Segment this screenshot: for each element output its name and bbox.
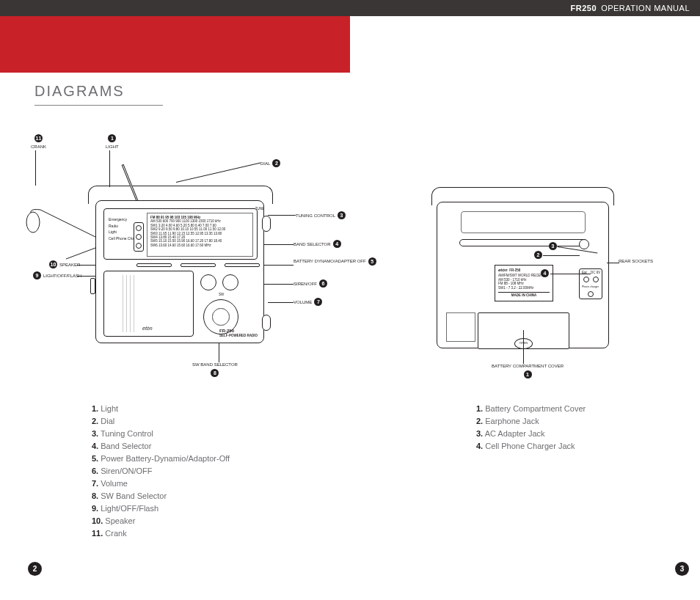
callout-siren: SIREN/OFF 6: [294, 279, 327, 288]
callout-sw-band: SW BAND SELECTOR 8: [192, 362, 238, 377]
list-item: 1. Light: [92, 403, 230, 415]
dc-jack-icon: [593, 277, 599, 282]
model-label: FR-250 SELF-POWERED RADIO: [219, 329, 258, 337]
list-item: 4. Band Selector: [92, 440, 230, 453]
warning-label-icon: [446, 312, 475, 342]
siren-slider-icon: [225, 263, 260, 267]
diagram-front: 11 CRANK 1 LIGHT DIAL 2 TUNING CONTROL 3…: [15, 134, 360, 387]
list-item: 3. Tuning Control: [92, 428, 230, 440]
header-model: FR250: [571, 4, 597, 12]
list-item: 2. Dial: [92, 415, 230, 428]
list-item: 3. AC Adapter Jack: [476, 428, 586, 440]
list-item: 1. Battery Compartment Cover: [476, 403, 586, 415]
callout-dc-jack: 3: [549, 242, 557, 250]
list-item: 2. Earphone Jack: [476, 415, 586, 428]
callout-tuning: TUNING CONTROL 3: [296, 211, 346, 219]
section-title: DIAGRAMS: [34, 83, 125, 100]
svg-point-0: [26, 212, 40, 233]
front-legend: 1. Light 2. Dial 3. Tuning Control 4. Ba…: [92, 403, 230, 541]
callout-light: 1 LIGHT: [106, 134, 119, 149]
page-number-right: 3: [675, 562, 689, 576]
sw-label: SW: [219, 293, 224, 296]
tuning-wheel-icon: [262, 216, 271, 232]
list-item: 10. Speaker: [92, 515, 230, 527]
back-body: etón FR-250 AM/FM/SW7 WORLD RECEIVER AM …: [437, 202, 609, 348]
list-item: 7. Volume: [92, 478, 230, 490]
callout-battery-cover: BATTERY COMPARTMENT COVER 1: [492, 364, 564, 378]
callout-phone-jack: 4: [541, 269, 549, 277]
section-title-rule: [34, 105, 163, 106]
light-off-flash-switch-icon: [90, 278, 95, 294]
brand-badge: etón: [139, 325, 156, 332]
list-item: 6. Siren/ON/OFF: [92, 465, 230, 478]
band-selector-slider-icon: [136, 263, 172, 267]
callout-earphone: 2: [534, 251, 542, 259]
callout-crank: 11 CRANK: [31, 134, 46, 149]
callout-dial: DIAL 2: [260, 159, 280, 167]
callout-rear-sockets: REAR SOCKETS: [619, 259, 653, 263]
list-item: 4. Cell Phone Charger Jack: [476, 440, 586, 453]
callout-power: BATTERY DYNAMO/ADAPTER OFF 5: [294, 257, 376, 266]
speaker-grille-icon: etón: [103, 271, 194, 337]
header-doc-title: OPERATION MANUAL: [601, 4, 690, 12]
power-slider-icon: [181, 263, 216, 267]
tuning-window: Emergency Radio Light Cell Phone Charger…: [103, 208, 258, 260]
diagram-back: etón FR-250 AM/FM/SW7 WORLD RECEIVER AM …: [418, 165, 660, 385]
dial-window-icon: [134, 222, 144, 252]
list-item: 8. SW Band Selector: [92, 490, 230, 502]
list-item: 5. Power Battery-Dynamio/Adaptor-Off: [92, 453, 230, 465]
volume-wheel-icon: [262, 315, 271, 331]
header-bar: FR250 OPERATION MANUAL: [0, 0, 700, 16]
small-knob-2-icon: [222, 274, 238, 290]
radio-body: Emergency Radio Light Cell Phone Charger…: [95, 200, 264, 343]
crank-icon: [26, 204, 106, 263]
band-scale: FM 88 91 95 98 103 105 108 MHz AM 530 60…: [147, 213, 253, 257]
small-knob-1-icon: [200, 274, 216, 290]
list-item: 11. Crank: [92, 527, 230, 540]
earphone-jack-icon: [583, 277, 589, 282]
radio-front-illustration: Emergency Radio Light Cell Phone Charger…: [95, 167, 279, 351]
back-antenna-icon: [459, 239, 588, 246]
phone-charger-jack-icon: [588, 291, 594, 297]
vent-grille-icon: [461, 211, 586, 233]
list-item: 9. Light/OFF/Flash: [92, 502, 230, 515]
callout-band-selector: BAND SELECTOR 4: [294, 240, 341, 248]
callout-light-off-flash: LIGHT/OFF/FLASH 9: [33, 271, 81, 279]
callout-volume: VOLUME 7: [294, 298, 322, 306]
back-legend: 1. Battery Compartment Cover 2. Earphone…: [476, 403, 586, 453]
page-number-left: 2: [28, 562, 42, 576]
header-color-block: [0, 16, 350, 73]
